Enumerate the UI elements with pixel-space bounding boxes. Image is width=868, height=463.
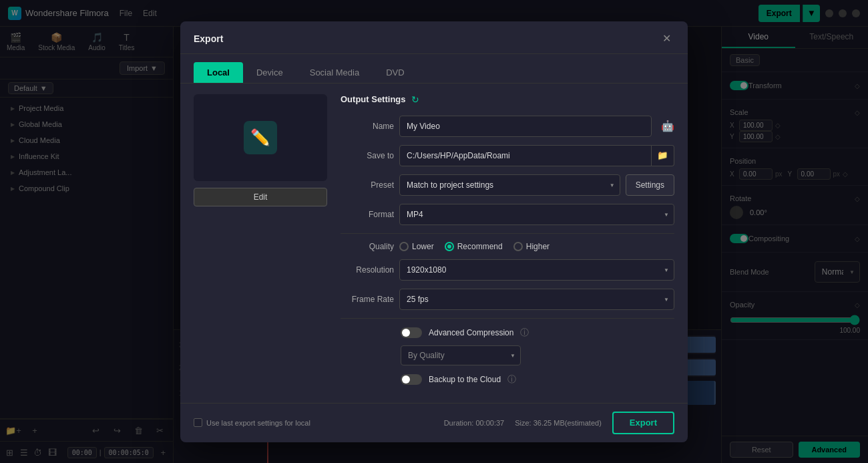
dialog-header: Export ✕ bbox=[180, 21, 688, 54]
folder-button[interactable]: 📁 bbox=[652, 145, 674, 166]
preview-icon: ✏️ bbox=[244, 121, 277, 154]
quality-recommend[interactable]: Recommend bbox=[445, 242, 503, 251]
preset-label: Preset bbox=[341, 180, 394, 190]
duration-value: 00:00:37 bbox=[475, 419, 504, 427]
quality-label: Quality bbox=[341, 242, 394, 251]
size-info: Size: 36.25 MB(estimated) bbox=[515, 419, 602, 427]
dialog-footer: Use last export settings for local Durat… bbox=[180, 403, 688, 442]
save-to-label: Save to bbox=[341, 151, 394, 160]
compression-quality-select[interactable]: By Quality bbox=[401, 345, 521, 365]
advanced-compression-help-icon[interactable]: ⓘ bbox=[520, 327, 529, 339]
backup-cloud-label: Backup to the Cloud bbox=[429, 375, 501, 384]
advanced-compression-label: Advanced Compression bbox=[429, 328, 513, 337]
name-input[interactable] bbox=[399, 116, 652, 137]
tab-device[interactable]: Device bbox=[243, 62, 296, 83]
duration-label: Duration: bbox=[444, 419, 474, 427]
output-settings-label: Output Settings bbox=[341, 94, 406, 104]
name-label: Name bbox=[341, 122, 394, 131]
quality-lower[interactable]: Lower bbox=[399, 242, 434, 251]
tab-local[interactable]: Local bbox=[194, 62, 243, 83]
save-to-input[interactable] bbox=[399, 145, 652, 166]
frame-rate-select[interactable]: 25 fps bbox=[399, 289, 674, 310]
preset-field: Match to project settings Settings bbox=[399, 174, 674, 196]
advanced-compression-row: Advanced Compression ⓘ bbox=[341, 327, 674, 339]
divider-1 bbox=[341, 233, 674, 234]
checkbox-box[interactable] bbox=[194, 418, 202, 427]
ai-icon[interactable]: 🤖 bbox=[661, 120, 674, 132]
quality-select-wrapper: By Quality bbox=[401, 345, 521, 365]
quality-higher[interactable]: Higher bbox=[513, 242, 550, 251]
radio-recommend[interactable] bbox=[445, 242, 454, 251]
preview-panel: ✏️ Edit bbox=[194, 94, 327, 392]
save-to-field: 📁 bbox=[399, 145, 674, 166]
settings-button[interactable]: Settings bbox=[626, 174, 674, 196]
format-row: Format MP4 bbox=[341, 204, 674, 225]
dialog-overlay: Export ✕ Local Device Social Media DVD ✏… bbox=[0, 0, 868, 463]
resolution-row: Resolution 1920x1080 bbox=[341, 259, 674, 281]
refresh-icon[interactable]: ↻ bbox=[411, 94, 419, 105]
format-select[interactable]: MP4 bbox=[399, 204, 674, 225]
resolution-select[interactable]: 1920x1080 bbox=[399, 259, 674, 281]
tab-social-media[interactable]: Social Media bbox=[296, 62, 373, 83]
footer-info: Duration: 00:00:37 Size: 36.25 MB(estima… bbox=[444, 412, 674, 434]
dialog-title: Export bbox=[194, 33, 223, 44]
radio-lower[interactable] bbox=[399, 242, 409, 251]
dialog-close-button[interactable]: ✕ bbox=[658, 31, 674, 47]
backup-cloud-toggle[interactable] bbox=[401, 374, 422, 385]
dialog-body: ✏️ Edit Output Settings ↻ Name 🤖 S bbox=[180, 84, 688, 403]
backup-cloud-help-icon[interactable]: ⓘ bbox=[507, 373, 516, 385]
last-export-checkbox[interactable]: Use last export settings for local bbox=[194, 418, 310, 427]
backup-cloud-row: Backup to the Cloud ⓘ bbox=[341, 373, 674, 385]
export-action-button[interactable]: Export bbox=[612, 412, 674, 434]
name-row: Name 🤖 bbox=[341, 116, 674, 137]
output-settings-header: Output Settings ↻ bbox=[341, 94, 674, 105]
edit-button[interactable]: Edit bbox=[194, 188, 327, 206]
quality-row: Quality Lower Recommend Higher bbox=[341, 242, 674, 251]
settings-panel: Output Settings ↻ Name 🤖 Save to 📁 bbox=[341, 94, 674, 392]
divider-2 bbox=[341, 318, 674, 319]
quality-radio-group: Lower Recommend Higher bbox=[399, 242, 550, 251]
tab-dvd[interactable]: DVD bbox=[373, 62, 417, 83]
advanced-compression-toggle[interactable] bbox=[401, 327, 422, 338]
preset-select[interactable]: Match to project settings bbox=[399, 174, 620, 196]
format-label: Format bbox=[341, 210, 394, 219]
export-dialog: Export ✕ Local Device Social Media DVD ✏… bbox=[180, 21, 688, 442]
save-to-row: Save to 📁 bbox=[341, 145, 674, 166]
quality-select-row: By Quality bbox=[341, 345, 674, 365]
checkbox-label: Use last export settings for local bbox=[206, 419, 310, 427]
preset-row: Preset Match to project settings Setting… bbox=[341, 174, 674, 196]
frame-rate-label: Frame Rate bbox=[341, 295, 394, 304]
duration-info: Duration: 00:00:37 bbox=[444, 419, 505, 427]
frame-rate-row: Frame Rate 25 fps bbox=[341, 289, 674, 310]
resolution-label: Resolution bbox=[341, 265, 394, 275]
radio-higher[interactable] bbox=[513, 242, 523, 251]
dialog-tabs: Local Device Social Media DVD bbox=[180, 54, 688, 84]
preview-thumbnail: ✏️ bbox=[194, 94, 327, 181]
